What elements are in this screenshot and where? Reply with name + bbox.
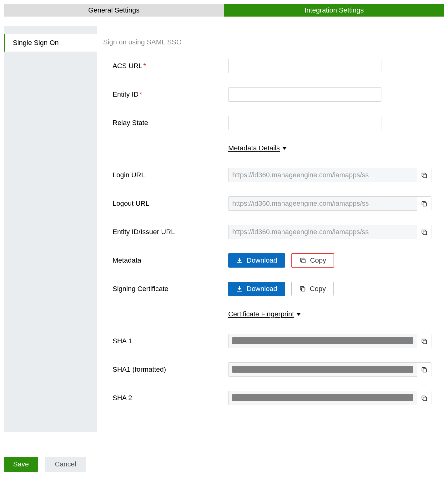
copy-icon: [421, 172, 428, 179]
button-label: Copy: [310, 256, 326, 264]
copy-icon: [421, 395, 428, 402]
download-icon: [236, 285, 243, 292]
chevron-down-icon: [282, 147, 287, 150]
redacted-value: [232, 337, 413, 344]
label-entity-id: Entity ID*: [113, 90, 228, 98]
sidebar-item-sso[interactable]: Single Sign On: [4, 34, 97, 52]
readonly-sha1-formatted: [228, 362, 431, 377]
input-relay-state[interactable]: [228, 116, 381, 130]
label-logout-url: Logout URL: [113, 199, 228, 208]
cancel-button[interactable]: Cancel: [45, 457, 86, 472]
row-issuer-url: Entity ID/Issuer URL https://id360.manag…: [103, 225, 431, 239]
svg-rect-0: [423, 174, 426, 178]
copy-login-url[interactable]: [417, 168, 431, 183]
collapse-cert-fingerprint[interactable]: Certificate Fingerprint: [228, 310, 431, 318]
download-icon: [236, 257, 243, 264]
row-sha1: SHA 1: [103, 334, 431, 348]
row-sha2: SHA 2: [103, 391, 431, 405]
copy-cert-button[interactable]: Copy: [291, 282, 334, 296]
row-login-url: Login URL https://id360.manageengine.com…: [103, 168, 431, 182]
footer-actions: Save Cancel: [0, 448, 448, 478]
redacted-value: [232, 366, 413, 373]
button-label: Download: [247, 285, 277, 293]
wizard-tabs: General Settings Integration Settings: [4, 4, 444, 17]
row-signing-cert: Signing Certificate Download Copy: [103, 282, 431, 296]
value-logout-url: https://id360.manageengine.com/iamapps/s…: [229, 197, 417, 210]
label-signing-cert: Signing Certificate: [113, 285, 228, 293]
row-entity-id: Entity ID*: [103, 87, 431, 102]
svg-rect-4: [301, 288, 305, 291]
readonly-logout-url: https://id360.manageengine.com/iamapps/s…: [228, 196, 431, 211]
input-entity-id[interactable]: [228, 87, 381, 102]
button-label: Copy: [310, 285, 326, 293]
copy-metadata-button[interactable]: Copy: [291, 253, 334, 268]
tab-label: General Settings: [88, 6, 139, 14]
copy-icon: [300, 257, 306, 264]
copy-logout-url[interactable]: [417, 197, 431, 211]
label-acs-url: ACS URL*: [113, 62, 228, 70]
svg-rect-7: [423, 397, 426, 400]
input-acs-url[interactable]: [228, 59, 381, 73]
download-metadata-button[interactable]: Download: [228, 253, 285, 268]
section-title: Sign on using SAML SSO: [103, 38, 431, 46]
sidebar-item-label: Single Sign On: [13, 39, 59, 47]
row-sha1-formatted: SHA1 (formatted): [103, 362, 431, 377]
sidebar: Single Sign On: [4, 26, 97, 432]
copy-issuer-url[interactable]: [417, 225, 431, 239]
copy-icon: [421, 338, 428, 345]
svg-rect-5: [423, 340, 426, 344]
collapse-label: Metadata Details: [228, 144, 280, 152]
copy-icon: [421, 366, 428, 373]
tab-integration-settings[interactable]: Integration Settings: [224, 4, 445, 17]
copy-icon: [299, 285, 306, 292]
download-cert-button[interactable]: Download: [228, 282, 285, 296]
tab-general-settings[interactable]: General Settings: [4, 4, 224, 17]
row-relay-state: Relay State: [103, 116, 431, 130]
readonly-sha1: [228, 334, 431, 348]
settings-panel: Single Sign On Sign on using SAML SSO AC…: [4, 26, 444, 432]
redacted-value: [232, 394, 413, 401]
save-button[interactable]: Save: [4, 457, 38, 472]
svg-rect-2: [423, 231, 426, 234]
label-sha1: SHA 1: [113, 337, 228, 345]
label-sha2: SHA 2: [113, 394, 228, 402]
readonly-login-url: https://id360.manageengine.com/iamapps/s…: [228, 168, 431, 182]
tab-label: Integration Settings: [305, 6, 364, 14]
content-area: Sign on using SAML SSO ACS URL* Entity I…: [97, 26, 444, 432]
row-logout-url: Logout URL https://id360.manageengine.co…: [103, 196, 431, 211]
copy-sha1[interactable]: [417, 334, 431, 349]
label-metadata: Metadata: [113, 256, 228, 264]
copy-icon: [421, 229, 428, 236]
value-issuer-url: https://id360.manageengine.com/iamapps/s…: [229, 225, 417, 239]
label-sha1-formatted: SHA1 (formatted): [113, 365, 228, 374]
collapse-metadata-details[interactable]: Metadata Details: [228, 144, 431, 152]
tab-arrow-icon: [218, 4, 224, 16]
label-issuer-url: Entity ID/Issuer URL: [113, 228, 228, 236]
copy-sha1-formatted[interactable]: [417, 363, 431, 377]
label-relay-state: Relay State: [113, 119, 228, 127]
chevron-down-icon: [296, 313, 301, 316]
row-acs-url: ACS URL*: [103, 59, 431, 73]
svg-rect-6: [423, 369, 426, 372]
readonly-issuer-url: https://id360.manageengine.com/iamapps/s…: [228, 225, 431, 239]
button-label: Download: [247, 256, 277, 264]
readonly-sha2: [228, 391, 431, 405]
svg-rect-1: [423, 203, 426, 206]
svg-rect-3: [302, 259, 305, 263]
copy-icon: [421, 200, 428, 207]
row-metadata: Metadata Download Copy: [103, 253, 431, 268]
copy-sha2[interactable]: [417, 391, 431, 405]
value-login-url: https://id360.manageengine.com/iamapps/s…: [229, 168, 417, 182]
collapse-label: Certificate Fingerprint: [228, 310, 294, 318]
label-login-url: Login URL: [113, 171, 228, 179]
